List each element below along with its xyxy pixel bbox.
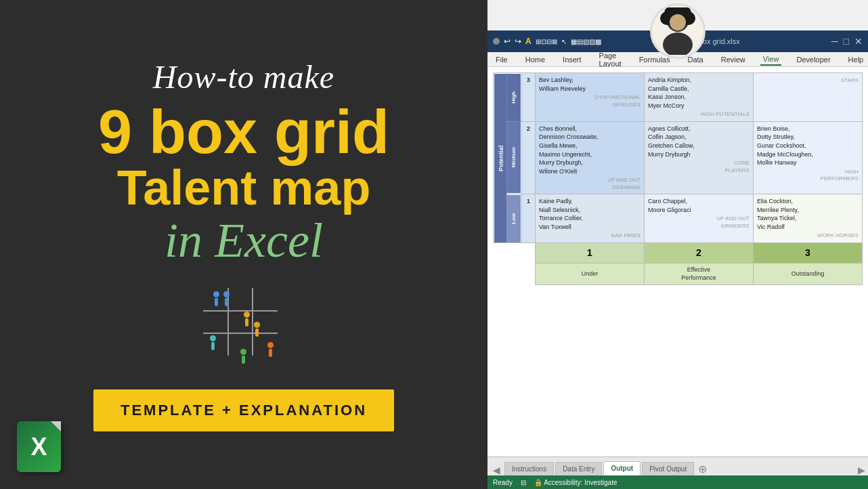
add-sheet-btn[interactable]: ⊕ xyxy=(698,463,707,475)
table-row-medium: Medium 2 Ches Bonnell,Dennison Crosswait… xyxy=(494,121,863,194)
row-num-3: 3 xyxy=(522,73,536,122)
cell-high-3: STARS xyxy=(753,73,862,122)
excel-window: ↩ ↪ A ⊞⊡⊟⊠ ↖ ▦▤▧▨▩ 9 box grid.xlsx ─ □ ✕… xyxy=(487,0,868,489)
names-h2: Andria Kimpton,Camilla Castle,Kassi Jons… xyxy=(648,76,750,110)
names-l1: Kaine Padly,Niall Selesnick,Torrance Col… xyxy=(539,197,641,231)
cell-high-2: Andria Kimpton,Camilla Castle,Kassi Jons… xyxy=(644,73,753,122)
names-l3: Elia Cockton,Merrilee Plenty,Tawnya Tick… xyxy=(757,197,859,231)
status-ready: Ready xyxy=(493,479,513,486)
left-panel: How-to make 9 box grid Talent map in Exc… xyxy=(0,0,487,489)
label-m1: UP AND OUTDILEMMAS xyxy=(539,175,641,191)
bottom-num-1: 1 xyxy=(535,242,644,263)
bottom-num-3: 3 xyxy=(753,242,862,263)
tab-output[interactable]: Output xyxy=(603,461,641,475)
tab-instructions[interactable]: Instructions xyxy=(504,462,554,475)
cell-med-1: Ches Bonnell,Dennison Crosswaite,Gisella… xyxy=(535,121,644,194)
label-h3: STARS xyxy=(757,76,859,84)
row-label-high: High xyxy=(506,73,521,122)
label-h2: HIGH POTENTIALS xyxy=(648,110,750,118)
svg-point-8 xyxy=(670,14,686,30)
template-button[interactable]: TEMPLATE + EXPLANATION xyxy=(93,389,394,431)
tab-bar: ◀ Instructions Data Entry Output Pivot O… xyxy=(487,456,868,475)
accessibility-text: 🔒 Accessibility: Investigate xyxy=(534,479,617,486)
status-icon-grid: ⊟ xyxy=(521,479,526,486)
row-num-2: 2 xyxy=(522,121,536,194)
nine-box-table: Potential High 3 Bev Lashley,William Ree… xyxy=(493,72,863,285)
bottom-num-2: 2 xyxy=(644,242,753,263)
cell-low-2: Caro Chappel,Moore Gligoraci UP AND OUTG… xyxy=(644,194,753,243)
table-row-bottom-labels: Under EffectivePerformance Outstanding xyxy=(494,263,863,284)
label-l3: WORK HORSES xyxy=(757,231,859,239)
label-l1: BAD HIRES xyxy=(539,231,641,239)
title-main-line1: 9 box grid xyxy=(98,102,389,163)
title-main-line3: in Excel xyxy=(98,214,389,268)
tab-pivot-output[interactable]: Pivot Output xyxy=(642,462,694,475)
status-bar: Ready ⊟ 🔒 Accessibility: Investigate xyxy=(487,475,868,489)
figure-5 xyxy=(210,335,216,350)
names-h1: Bev Lashley,William Reeveley xyxy=(539,76,641,93)
cell-high-1: Bev Lashley,William Reeveley DYSFUNCTION… xyxy=(535,73,644,122)
figure-1 xyxy=(213,291,219,306)
tab-nav-left[interactable]: ◀ xyxy=(493,465,500,475)
tab-nav-right[interactable]: ▶ xyxy=(858,465,865,475)
table-row-bottom-nums: 1 2 3 xyxy=(494,242,863,263)
row-label-medium: Medium xyxy=(506,121,521,194)
names-m2: Agnes Collicott,Collin Jagson,Gretchen C… xyxy=(648,125,750,158)
table-row-low: Low 1 Kaine Padly,Niall Selesnick,Torran… xyxy=(494,194,863,243)
excel-logo: X xyxy=(17,421,61,472)
figure-4 xyxy=(254,322,260,337)
excel-x-letter: X xyxy=(30,433,47,461)
avatar-area xyxy=(487,3,868,59)
svg-point-1 xyxy=(663,33,693,55)
spreadsheet-area: Potential High 3 Bev Lashley,William Ree… xyxy=(487,67,868,456)
cell-med-3: Brien Boise,Dotty Strutley,Gunar Cocksho… xyxy=(753,121,862,194)
grid-icon xyxy=(190,274,298,369)
cell-med-2: Agnes Collicott,Collin Jagson,Gretchen C… xyxy=(644,121,753,194)
bottom-label-1: Under xyxy=(535,263,644,284)
names-m3: Brien Boise,Dotty Strutley,Gunar Cocksho… xyxy=(757,125,859,167)
row-label-low: Low xyxy=(506,194,521,243)
figure-6 xyxy=(267,342,274,357)
names-l2: Caro Chappel,Moore Gligoraci xyxy=(648,197,750,214)
table-row-high: Potential High 3 Bev Lashley,William Ree… xyxy=(494,73,863,122)
potential-axis-label: Potential xyxy=(494,73,507,243)
subtitle-text: How-to make xyxy=(153,58,334,97)
label-m3: HIGHPERFORMERS xyxy=(757,167,859,183)
names-m1: Ches Bonnell,Dennison Crosswaite,Gisella… xyxy=(539,125,641,176)
figure-3 xyxy=(244,312,250,326)
figure-7 xyxy=(240,349,246,364)
tab-data-entry[interactable]: Data Entry xyxy=(555,462,602,475)
avatar xyxy=(650,3,706,59)
row-num-1: 1 xyxy=(522,194,536,243)
label-m2: COREPLAYERS xyxy=(648,158,750,174)
figure-2 xyxy=(223,291,230,306)
bottom-label-3: Outstanding xyxy=(753,263,862,284)
cell-low-1: Kaine Padly,Niall Selesnick,Torrance Col… xyxy=(535,194,644,243)
label-l2: UP AND OUTGRINDERS xyxy=(648,214,750,230)
label-h1: DYSFUNCTIONALGENIUSES xyxy=(539,93,641,108)
cell-low-3: Elia Cockton,Merrilee Plenty,Tawnya Tick… xyxy=(753,194,862,243)
title-main-line2: Talent map xyxy=(98,163,389,214)
bottom-label-2: EffectivePerformance xyxy=(644,263,753,284)
